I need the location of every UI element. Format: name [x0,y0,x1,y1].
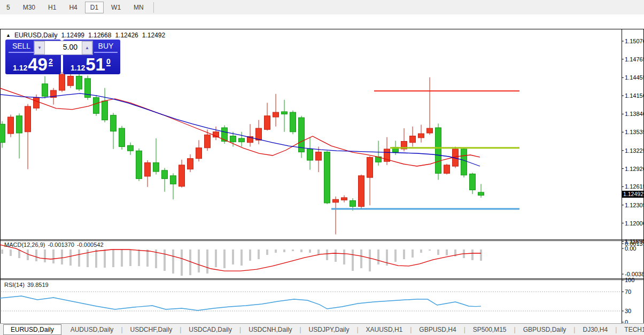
chart-tab-AUDUSD-Daily[interactable]: AUDUSD,Daily [64,325,121,334]
macd-value-2: -0.000542 [77,241,104,248]
chart-tab-GBPUSD-H4[interactable]: GBPUSD,H4 [412,325,463,334]
chart-tab-USDCAD-Daily[interactable]: USDCAD,Daily [182,325,239,334]
ohlc-open: 1.12499 [61,32,84,39]
rsi-tick-label: 30 [625,308,631,314]
volume-decrease-button[interactable]: ▼ [34,41,45,54]
timeframe-button-M30[interactable]: M30 [18,2,41,13]
price-tick-label: 1.13535 [625,129,644,135]
buy-button-label: BUY [98,42,114,50]
price-tick-label: 1.12615 [625,183,644,190]
bid-price-pip: 2 [49,58,53,66]
buy-button[interactable]: BUY [94,42,118,53]
chart-tab-TECH100-H1[interactable]: TECH100,H1 [617,325,644,334]
chevron-up-icon: ▲ [85,45,89,50]
trading-terminal-window: 5M30H1H4D1W1MN ▲EURUSD,Daily1.124991.126… [0,0,644,335]
ohlc-high: 1.12668 [88,32,111,39]
sell-underline [9,52,34,53]
timeframe-toolbar: 5M30H1H4D1W1MN [0,0,644,14]
ask-price-head: 1.12 [71,64,85,72]
macd-tick-label: 0.00 [625,245,636,252]
tab-separator: | [239,326,241,333]
sell-button-label: SELL [12,42,30,50]
bid-price: 1.12 49 2 [13,57,53,73]
price-tick-label: 1.12305 [625,202,644,208]
ohlc-low: 1.12426 [115,32,138,39]
tab-separator: | [356,326,358,333]
ask-price: 1.12 51 0 [71,57,111,73]
timeframe-button-H1[interactable]: H1 [43,2,61,13]
price-tick-label: 1.14765 [625,56,644,63]
buy-underline [94,52,118,53]
rsi-name: RSI(14) [4,282,25,288]
rsi-tick-label: 70 [625,289,631,295]
ask-price-big: 51 [86,57,105,73]
timeframe-button-D1[interactable]: D1 [85,2,104,13]
price-tick-label: 1.12000 [625,220,644,227]
price-tick-label: 1.13225 [625,147,644,154]
chart-tab-EURUSD-Daily[interactable]: EURUSD,Daily [3,324,61,335]
collapse-panel-icon[interactable]: ▲ [6,33,11,38]
tab-separator: | [573,326,575,333]
chart-window[interactable]: ▲EURUSD,Daily1.124991.126681.124261.1249… [0,14,644,323]
rsi-tick-label: 100 [625,277,634,283]
macd-indicator-label: MACD(12,26,9)-0.001370-0.000542 [4,241,106,248]
bid-price-head: 1.12 [13,64,27,72]
chart-tab-SP500-M15[interactable]: SP500,M15 [466,325,514,334]
chart-tabs-bar: EURUSD,DailyAUDUSD,Daily|USDCHF,Daily|US… [0,323,644,335]
macd-name: MACD(12,26,9) [4,241,45,248]
tab-separator: | [514,326,516,333]
chart-tab-USDCNH-Daily[interactable]: USDCNH,Daily [242,325,299,334]
macd-value-1: -0.001370 [48,241,74,248]
tab-separator: | [121,326,122,333]
price-tick-label: 1.12920 [625,166,644,172]
volume-stepper: ▼ 5.00 ▲ [34,41,93,55]
tab-separator: | [180,326,181,333]
chart-tab-DJ30-H4[interactable]: DJ30,H4 [576,325,615,334]
tab-separator: | [464,326,465,333]
one-click-trade-panel: SELL BUY ▼ 5.00 ▲ 1.12 49 2 1.12 51 0 [5,40,120,74]
chevron-down-icon: ▼ [37,45,42,50]
chart-tab-GBPUSD-Daily[interactable]: GBPUSD,Daily [516,325,573,334]
chart-tab-USDJPY-Daily[interactable]: USDJPY,Daily [302,325,356,334]
chart-tab-XAUUSD-H1[interactable]: XAUUSD,H1 [359,325,410,334]
timeframe-button-5[interactable]: 5 [1,2,15,13]
chart-title: ▲EURUSD,Daily1.124991.126681.124261.1249… [6,32,165,39]
ohlc-close: 1.12492 [142,32,165,39]
tab-separator: | [410,326,412,333]
rsi-indicator-label: RSI(14)39.8519 [4,282,51,288]
price-tick-label: 1.13840 [625,111,644,117]
rsi-value: 39.8519 [27,282,49,288]
current-price-badge: 1.12492 [622,191,644,198]
timeframe-button-H4[interactable]: H4 [64,2,82,13]
timeframe-button-MN[interactable]: MN [128,2,149,13]
ask-price-pip: 0 [106,58,111,66]
price-tick-label: 1.15070 [625,38,644,44]
price-tick-label: 1.14455 [625,74,644,81]
tab-separator: | [615,326,617,333]
chart-tab-USDCHF-Daily[interactable]: USDCHF,Daily [123,325,180,334]
timeframe-button-W1[interactable]: W1 [106,2,126,13]
volume-value[interactable]: 5.00 [45,41,82,54]
price-tick-label: 1.14150 [625,92,644,99]
toolbar-separator [153,2,154,13]
chart-symbol-label: EURUSD,Daily [14,32,58,39]
bid-price-big: 49 [28,57,48,73]
sell-button[interactable]: SELL [9,42,34,53]
tab-separator: | [299,326,301,333]
volume-increase-button[interactable]: ▲ [82,41,92,54]
